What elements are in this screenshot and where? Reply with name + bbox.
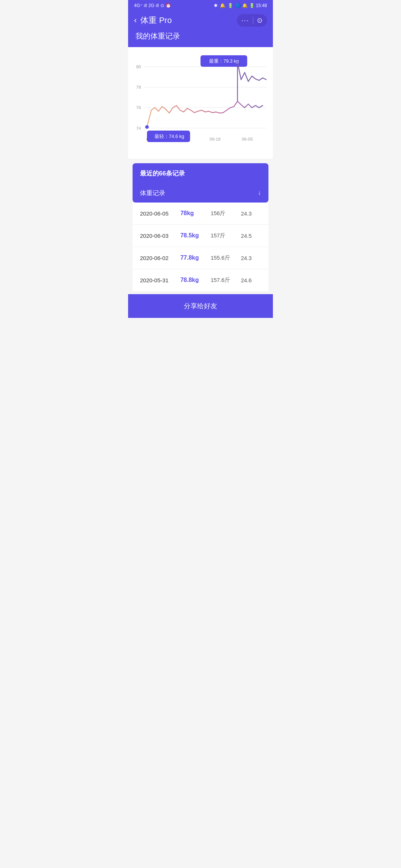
wifi-icon: ⊙ <box>160 3 164 8</box>
app-title: 体重 Pro <box>140 15 172 26</box>
records-subheader[interactable]: 体重记录 ↓ <box>133 184 268 203</box>
bmi-cell: 24.3 <box>241 210 261 217</box>
more-options-button[interactable]: ··· <box>241 17 253 24</box>
jin-cell: 157.6斤 <box>211 277 241 284</box>
bell-icon: 🔔 <box>220 3 225 8</box>
date-cell: 2020-05-31 <box>140 277 180 283</box>
bluetooth-icon: ✱ <box>214 3 218 8</box>
header-left: ‹ 体重 Pro <box>134 15 172 26</box>
kg-cell: 78.8kg <box>180 277 211 283</box>
bmi-cell: 24.5 <box>241 233 261 239</box>
clock-icon: ⏰ <box>166 3 171 8</box>
kg-cell: 78kg <box>180 210 211 217</box>
records-label: 体重记录 <box>140 189 165 197</box>
weight-chart: 80 78 76 74 05-12 07-17 09-18 06-05 <box>134 55 267 155</box>
camera-button[interactable]: ⊙ <box>257 16 263 24</box>
table-row[interactable]: 2020-06-05 78kg 156斤 24.3 <box>133 203 268 225</box>
signal3-icon: 2G ıll <box>149 3 159 8</box>
kg-cell: 78.5kg <box>180 232 211 239</box>
bmi-cell: 24.6 <box>241 277 261 283</box>
svg-text:76: 76 <box>136 105 141 110</box>
records-table: 2020-06-05 78kg 156斤 24.3 2020-06-03 78.… <box>133 203 268 291</box>
page-subtitle: 我的体重记录 <box>134 31 267 41</box>
jin-cell: 156斤 <box>211 210 241 217</box>
svg-text:78: 78 <box>136 85 141 89</box>
kg-cell: 77.8kg <box>180 254 211 261</box>
date-cell: 2020-06-05 <box>140 210 180 217</box>
svg-point-12 <box>145 125 149 129</box>
header-actions: ··· ⊙ <box>237 14 267 27</box>
chart-area: 80 78 76 74 05-12 07-17 09-18 06-05 <box>128 47 273 159</box>
battery-icon: 🔋 <box>228 3 233 8</box>
signal2-icon: ıll <box>144 3 147 8</box>
header-top: ‹ 体重 Pro ··· ⊙ <box>134 14 267 27</box>
table-row[interactable]: 2020-06-02 77.8kg 155.6斤 24.3 <box>133 247 268 269</box>
status-left: 4G⁺ ıll 2G ıll ⊙ ⏰ <box>134 3 171 8</box>
svg-text:74: 74 <box>136 126 141 131</box>
svg-text:80: 80 <box>136 64 141 69</box>
share-button[interactable]: 分享给好友 <box>128 294 273 318</box>
jin-cell: 157斤 <box>211 232 241 239</box>
header: ‹ 体重 Pro ··· ⊙ 我的体重记录 <box>128 10 273 47</box>
svg-text:06-05: 06-05 <box>242 137 253 141</box>
svg-text:最重：79.3 kg: 最重：79.3 kg <box>209 59 239 64</box>
bmi-cell: 24.3 <box>241 255 261 261</box>
date-cell: 2020-06-02 <box>140 255 180 261</box>
date-cell: 2020-06-03 <box>140 233 180 239</box>
status-right: ✱ 🔔 🔋 🔵 🔔 🔋 15:48 <box>214 3 267 8</box>
table-row[interactable]: 2020-06-03 78.5kg 157斤 24.5 <box>133 225 268 247</box>
status-bar: 4G⁺ ıll 2G ıll ⊙ ⏰ ✱ 🔔 🔋 🔵 🔔 🔋 15:48 <box>128 0 273 10</box>
sort-icon[interactable]: ↓ <box>258 189 261 197</box>
table-row[interactable]: 2020-05-31 78.8kg 157.6斤 24.6 <box>133 269 268 291</box>
records-count-label: 最近的66条记录 <box>133 163 268 184</box>
time-display: 🔵 🔔 🔋 15:48 <box>235 3 267 8</box>
signal-icon: 4G⁺ <box>134 3 142 8</box>
jin-cell: 155.6斤 <box>211 254 241 262</box>
svg-text:最轻：74.6 kg: 最轻：74.6 kg <box>154 134 184 139</box>
back-button[interactable]: ‹ <box>134 16 137 25</box>
svg-text:09-18: 09-18 <box>209 137 221 141</box>
